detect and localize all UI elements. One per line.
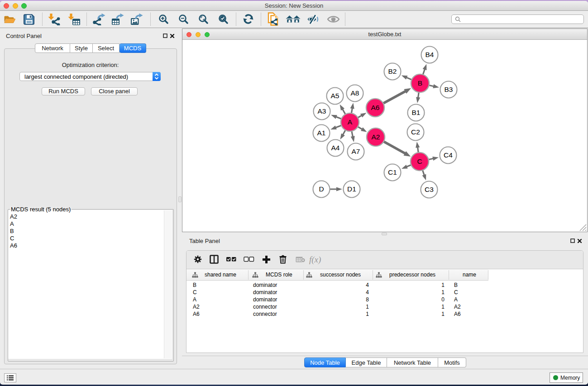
svg-text:D1: D1 xyxy=(347,185,356,193)
svg-text:A3: A3 xyxy=(318,107,326,115)
svg-text:A5: A5 xyxy=(331,92,339,100)
svg-text:B1: B1 xyxy=(412,109,421,116)
svg-text:C1: C1 xyxy=(388,168,397,176)
svg-text:A: A xyxy=(348,118,353,126)
svg-text:C4: C4 xyxy=(444,151,453,159)
svg-text:B4: B4 xyxy=(425,51,434,58)
svg-text:C: C xyxy=(417,157,422,165)
svg-text:A8: A8 xyxy=(351,89,359,97)
svg-text:A1: A1 xyxy=(317,129,326,137)
svg-text:B2: B2 xyxy=(388,67,397,75)
svg-text:A6: A6 xyxy=(371,104,380,111)
svg-text:D: D xyxy=(319,185,324,193)
svg-text:A7: A7 xyxy=(352,148,360,155)
svg-text:C2: C2 xyxy=(411,128,420,136)
svg-text:A4: A4 xyxy=(331,144,340,152)
svg-text:B: B xyxy=(418,79,422,87)
svg-text:B3: B3 xyxy=(445,86,453,93)
svg-text:A2: A2 xyxy=(372,133,380,141)
svg-text:C3: C3 xyxy=(425,186,434,193)
